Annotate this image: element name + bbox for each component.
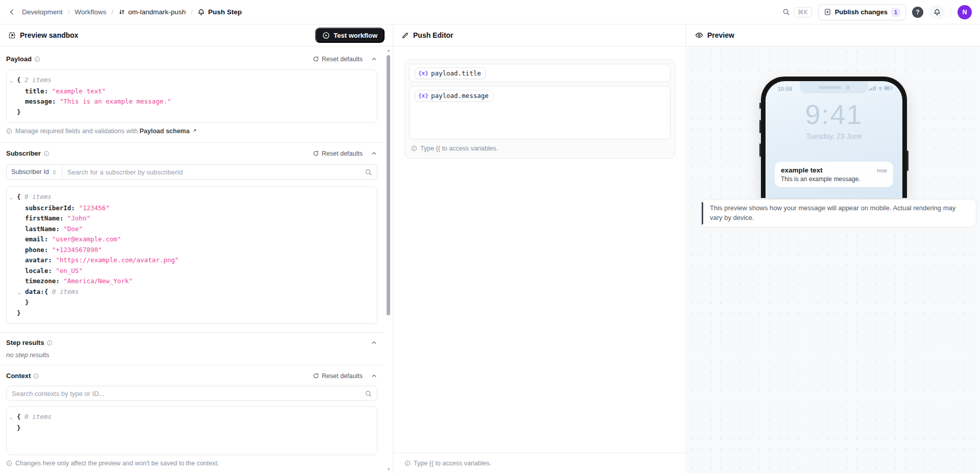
push-bell-icon [198, 9, 205, 16]
breadcrumb-separator: / [111, 8, 113, 16]
divider [0, 332, 384, 333]
variable-icon: {x} [418, 70, 428, 77]
publish-count-badge: 1 [891, 8, 900, 17]
variables-hint: Type {{ to access variables. [409, 143, 671, 154]
payload-collapse-chevron[interactable] [371, 56, 377, 62]
preview-sandbox-panel: Preview sandbox Test workflow Payload Re… [0, 24, 393, 473]
info-icon [43, 151, 50, 157]
divider [0, 365, 384, 365]
step-results-collapse-chevron[interactable] [371, 339, 377, 346]
subscriber-collapse-chevron[interactable] [371, 150, 377, 157]
notifications-bell-button[interactable] [929, 5, 945, 20]
notification-title: example text [781, 166, 823, 174]
json-expand-chevron[interactable]: ⌄ [10, 76, 17, 86]
external-link-icon[interactable] [192, 128, 197, 134]
preview-disclaimer: This preview shows how your message will… [701, 199, 976, 228]
phone-power-button [907, 151, 909, 171]
signal-icon [869, 89, 870, 91]
help-button[interactable]: ? [912, 7, 923, 18]
back-icon[interactable] [8, 8, 16, 16]
context-json-editor[interactable]: ⌄{ 0 items} [6, 406, 377, 455]
phone-volume-down-button [759, 143, 761, 157]
json-expand-chevron[interactable]: ⌄ [18, 287, 25, 298]
play-circle-icon [322, 32, 330, 39]
info-icon [6, 460, 12, 466]
subscriber-filter-select[interactable]: Subscriber Id [7, 165, 62, 179]
wifi-icon [878, 87, 882, 89]
context-section-header: Context Reset defaults [6, 372, 377, 380]
panel-scrollbar: ▲ ▼ [386, 48, 391, 471]
select-chevrons-icon [52, 169, 57, 175]
context-search-input[interactable] [7, 390, 365, 397]
push-notification-card: example text now This is an example mess… [775, 162, 893, 187]
phone-speaker [819, 86, 841, 89]
topbar-actions: ⌘K Publish changes 1 ? N [782, 4, 972, 20]
json-expand-chevron[interactable]: ⌄ [10, 412, 17, 423]
variable-pill-title[interactable]: {x} payload.title [415, 67, 486, 79]
notification-body: This is an example message. [781, 176, 887, 183]
breadcrumb-separator: / [191, 8, 193, 16]
preview-canvas: 10:58 [687, 46, 980, 473]
info-icon [34, 56, 40, 62]
search-shortcut: ⌘K [794, 7, 812, 17]
editor-footer-hint: Type {{ to access variables. [393, 453, 686, 473]
divider [951, 7, 951, 17]
panel-title: Preview [707, 31, 734, 39]
test-workflow-button[interactable]: Test workflow [315, 28, 385, 43]
breadcrumb: Development / Workflows / om-landmark-pu… [8, 8, 242, 16]
refresh-icon [313, 56, 319, 62]
bell-icon [934, 9, 941, 16]
eye-icon [695, 31, 703, 39]
payload-schema-link[interactable]: Payload schema [139, 128, 189, 135]
scroll-down-arrow[interactable]: ▼ [386, 467, 391, 471]
sandbox-scroll-area: Payload Reset defaults ⌄{ 2 itemstitle: … [0, 46, 393, 473]
notification-timestamp: now [877, 167, 887, 173]
scrollbar-thumb[interactable] [387, 55, 390, 315]
push-message-field[interactable]: {x} payload.message [409, 86, 671, 139]
status-bar-time: 10:58 [778, 86, 792, 92]
refresh-icon [313, 150, 319, 157]
info-icon [411, 145, 417, 152]
payload-json-editor[interactable]: ⌄{ 2 itemstitle: "example text"message: … [6, 69, 377, 123]
publish-icon [824, 8, 831, 16]
lock-screen-date: Tuesday, 23 June [766, 132, 902, 140]
publish-changes-button[interactable]: Publish changes 1 [818, 4, 906, 20]
status-bar-icons [869, 85, 893, 91]
global-search-button[interactable]: ⌘K [782, 7, 812, 17]
phone-mockup: 10:58 [761, 77, 907, 198]
top-bar: Development / Workflows / om-landmark-pu… [0, 0, 980, 24]
pencil-icon [401, 32, 409, 39]
lock-screen-clock: 9:41 [766, 98, 902, 130]
payload-reset-defaults[interactable]: Reset defaults [313, 56, 363, 63]
breadcrumb-item-workflows[interactable]: Workflows [75, 8, 106, 16]
step-results-section-header: Step results [6, 339, 377, 346]
refresh-icon [313, 372, 319, 379]
subscriber-reset-defaults[interactable]: Reset defaults [313, 150, 363, 157]
subscriber-search-input[interactable] [62, 168, 365, 176]
phone-notch [800, 81, 868, 93]
subscriber-json-editor[interactable]: ⌄{ 9 itemssubscriberId: "123456"firstNam… [6, 186, 377, 324]
breadcrumb-item-push-step: Push Step [198, 8, 242, 16]
push-fields-container: {x} payload.title {x} payload.message Ty… [404, 59, 675, 159]
note-accent-bar [702, 202, 703, 225]
push-title-field[interactable]: {x} payload.title [409, 64, 671, 82]
breadcrumb-item-development[interactable]: Development [22, 8, 63, 16]
context-reset-defaults[interactable]: Reset defaults [313, 372, 363, 380]
sandbox-icon [8, 32, 16, 39]
breadcrumb-item-workflow-name[interactable]: om-landmark-push [118, 8, 186, 16]
breadcrumb-separator: / [68, 8, 70, 16]
scroll-up-arrow[interactable]: ▲ [386, 48, 391, 52]
context-collapse-chevron[interactable] [371, 372, 377, 379]
push-editor-panel: Push Editor {x} payload.title {x} payloa… [393, 24, 686, 473]
search-icon [782, 8, 790, 16]
json-expand-chevron[interactable]: ⌄ [10, 192, 17, 203]
payload-schema-hint: Manage required fields and validations w… [6, 128, 377, 135]
step-results-empty-state: no step results [6, 351, 377, 359]
variable-pill-message[interactable]: {x} payload.message [415, 90, 493, 102]
search-icon [365, 390, 372, 397]
avatar[interactable]: N [958, 5, 972, 19]
info-icon [6, 128, 12, 134]
context-search [6, 386, 377, 401]
preview-panel: Preview 10:58 [687, 24, 980, 473]
subscriber-search: Subscriber Id [6, 164, 377, 180]
